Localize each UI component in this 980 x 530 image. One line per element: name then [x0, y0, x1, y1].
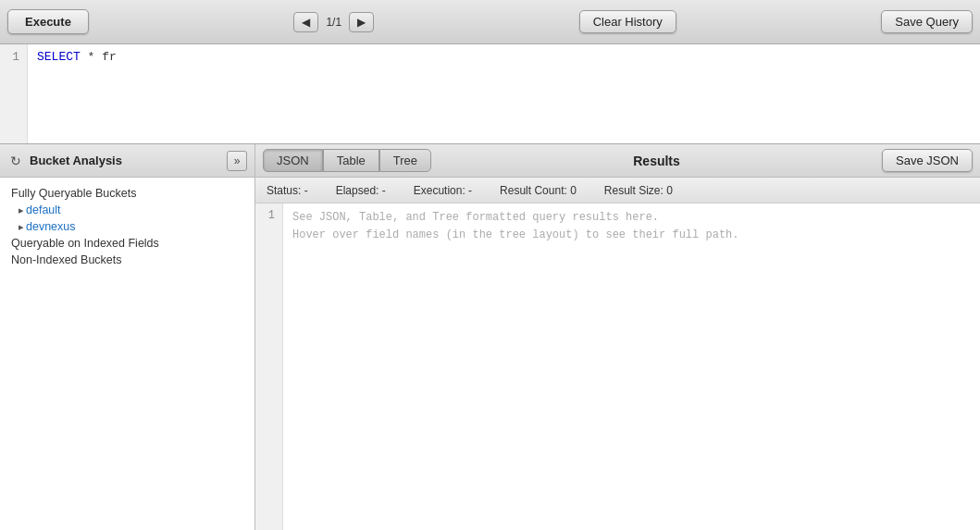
result-line-numbers: 1	[255, 203, 283, 530]
result-placeholder-line2: Hover over field names (in the tree layo…	[292, 227, 971, 244]
editor-line-numbers: 1	[0, 44, 28, 143]
nav-group: ◀ 1/1 ▶	[293, 12, 374, 32]
save-query-button[interactable]: Save Query	[881, 10, 973, 33]
result-text-area: See JSON, Table, and Tree formatted quer…	[283, 203, 980, 530]
main-content: ↻ Bucket Analysis » Fully Queryable Buck…	[0, 144, 980, 530]
save-json-button[interactable]: Save JSON	[882, 149, 973, 172]
category-non-indexed: Non-Indexed Buckets	[0, 252, 254, 268]
editor-area: 1 SELECT * fr	[0, 44, 980, 144]
results-title: Results	[431, 154, 882, 168]
sql-keyword: SELECT	[37, 50, 81, 64]
execute-button[interactable]: Execute	[7, 9, 89, 34]
result-placeholder-line1: See JSON, Table, and Tree formatted quer…	[292, 209, 971, 227]
nav-next-button[interactable]: ▶	[349, 12, 374, 32]
result-count-label: Result Count: 0	[500, 184, 577, 197]
category-queryable-indexed: Queryable on Indexed Fields	[0, 235, 254, 252]
expand-button[interactable]: »	[227, 151, 247, 171]
category-fully-queryable: Fully Queryable Buckets	[0, 185, 254, 202]
execution-label: Execution: -	[414, 184, 472, 197]
status-label: Status: -	[267, 184, 308, 197]
sidebar-content: Fully Queryable Buckets ▸default ▸devnex…	[0, 178, 254, 530]
result-line-number-1: 1	[263, 209, 275, 222]
arrow-icon-default: ▸	[19, 204, 24, 216]
tab-table[interactable]: Table	[323, 149, 379, 172]
results-panel: JSON Table Tree Results Save JSON Status…	[255, 144, 980, 530]
refresh-icon[interactable]: ↻	[7, 153, 24, 169]
sidebar-header: ↻ Bucket Analysis »	[0, 144, 254, 178]
elapsed-label: Elapsed: -	[336, 184, 386, 197]
results-toolbar: JSON Table Tree Results Save JSON	[255, 144, 980, 178]
arrow-icon-devnexus: ▸	[19, 221, 24, 233]
results-content: 1 See JSON, Table, and Tree formatted qu…	[255, 203, 980, 530]
nav-prev-button[interactable]: ◀	[293, 12, 318, 32]
line-number-1: 1	[7, 50, 19, 64]
top-toolbar: Execute ◀ 1/1 ▶ Clear History Save Query	[0, 0, 980, 44]
result-size-label: Result Size: 0	[604, 184, 673, 197]
bucket-item-devnexus[interactable]: ▸devnexus	[0, 218, 254, 235]
sidebar-title: Bucket Analysis	[30, 154, 221, 167]
bucket-item-default[interactable]: ▸default	[0, 202, 254, 218]
nav-counter: 1/1	[322, 16, 345, 29]
tab-group: JSON Table Tree	[263, 149, 431, 172]
sql-rest: * fr	[81, 50, 117, 64]
status-bar: Status: - Elapsed: - Execution: - Result…	[255, 178, 980, 203]
tab-json[interactable]: JSON	[263, 149, 323, 172]
tab-tree[interactable]: Tree	[379, 149, 431, 172]
editor-content[interactable]: SELECT * fr	[28, 44, 980, 143]
sidebar: ↻ Bucket Analysis » Fully Queryable Buck…	[0, 144, 255, 530]
clear-history-button[interactable]: Clear History	[579, 10, 676, 33]
